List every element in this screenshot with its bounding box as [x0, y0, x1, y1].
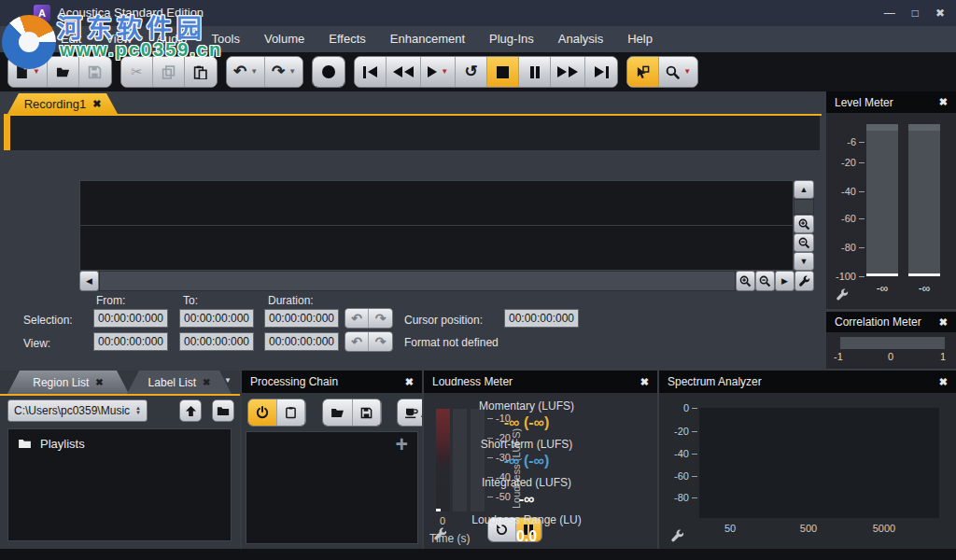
zoom-out-vertical-button[interactable] — [794, 233, 814, 252]
save-button[interactable] — [79, 57, 111, 87]
path-combobox[interactable]: C:\Users\pc0359\Music ▲▼ — [7, 399, 148, 422]
selection-tool-button[interactable] — [627, 57, 659, 87]
file-browser-panel: Region List ✖ Label List ✖ ▼ C:\Users\pc… — [0, 371, 240, 549]
add-effect-button[interactable]: + — [396, 432, 408, 457]
cut-button[interactable]: ✂ — [121, 57, 153, 87]
view-redo-button[interactable]: ↷ — [369, 332, 392, 351]
menu-help[interactable]: Help — [615, 26, 665, 52]
pause-button[interactable] — [519, 57, 551, 87]
zoom-in-horizontal-button[interactable] — [736, 271, 755, 291]
tab-recording1[interactable]: Recording1 ✖ — [7, 93, 118, 114]
overview-strip[interactable] — [4, 116, 820, 150]
open-file-button[interactable] — [48, 57, 79, 87]
scroll-right-button[interactable]: ▶ — [775, 271, 794, 291]
tab-region-list[interactable]: Region List ✖ — [7, 371, 129, 394]
menu-analysis[interactable]: Analysis — [546, 26, 615, 52]
menu-edit[interactable]: Edit — [49, 26, 93, 52]
menu-file[interactable]: File — [5, 26, 49, 52]
list-item-playlists[interactable]: Playlists — [8, 429, 231, 458]
combo-spinner-icon[interactable]: ▲▼ — [135, 406, 141, 415]
chain-save-button[interactable] — [353, 399, 381, 426]
scroll-up-button[interactable]: ▲ — [794, 180, 814, 199]
menu-audio[interactable]: Audio — [144, 26, 199, 52]
tab-overflow-chevron-icon[interactable]: ▼ — [224, 376, 232, 385]
paste-button[interactable] — [185, 57, 217, 87]
zoom-out-horizontal-button[interactable] — [755, 271, 775, 291]
menu-bar: File Edit View Audio Tools Volume Effect… — [0, 26, 956, 52]
new-file-button[interactable]: ▼ — [8, 57, 48, 87]
scroll-left-button[interactable]: ◀ — [79, 271, 99, 291]
chain-list[interactable]: + — [246, 431, 418, 544]
view-to-field[interactable]: 00:00:00:000 — [179, 332, 254, 351]
tab-label-list[interactable]: Label List ✖ — [127, 371, 232, 394]
chain-enable-button[interactable] — [248, 399, 277, 426]
menu-enhancement[interactable]: Enhancement — [378, 26, 477, 52]
view-from-field[interactable]: 00:00:00:000 — [93, 332, 168, 351]
wrench-icon[interactable] — [670, 529, 684, 543]
loudness-meter-close-icon[interactable]: ✖ — [640, 376, 649, 388]
caret-down-icon: ▼ — [683, 68, 691, 76]
view-undo-button[interactable]: ↶ — [345, 332, 369, 351]
new-file-icon — [15, 65, 29, 79]
scroll-down-button[interactable]: ▼ — [794, 252, 814, 271]
close-button[interactable]: ✖ — [935, 7, 945, 20]
label-list-close-icon[interactable]: ✖ — [203, 377, 210, 387]
title-bar: A Acoustica Standard Edition — □ ✖ — [0, 0, 956, 26]
level-meter-close-icon[interactable]: ✖ — [939, 96, 948, 108]
region-list-close-icon[interactable]: ✖ — [95, 377, 103, 387]
waveform-settings-button[interactable] — [794, 271, 814, 291]
loop-playback-button[interactable]: ↺ — [456, 57, 487, 87]
menu-effects[interactable]: Effects — [316, 26, 378, 52]
hscroll-track[interactable] — [99, 271, 736, 291]
zoom-in-vertical-button[interactable] — [794, 215, 814, 233]
maximize-button[interactable]: □ — [912, 7, 919, 20]
redo-button[interactable]: ↷ ▼ — [265, 57, 302, 87]
selection-redo-button[interactable]: ↷ — [369, 309, 392, 328]
spectrum-x-tick: 50 — [711, 523, 749, 534]
correlation-meter-close-icon[interactable]: ✖ — [939, 316, 948, 329]
spectrum-analyzer-close-icon[interactable]: ✖ — [939, 376, 948, 388]
selection-to-field[interactable]: 00:00:00:000 — [179, 309, 254, 328]
menu-view[interactable]: View — [93, 26, 144, 52]
power-icon — [256, 406, 269, 419]
skip-start-button[interactable] — [355, 57, 387, 87]
processing-chain-close-icon[interactable]: ✖ — [405, 376, 414, 388]
main-toolbar: ▼ ✂ ↶ ▼ ↷ ▼ ▼ ↺ — [0, 52, 956, 91]
spectrum-y-tick: -20 — [661, 426, 689, 437]
stop-button[interactable] — [487, 57, 519, 87]
copy-button[interactable] — [153, 57, 185, 87]
loudness-meter-panel: Loudness Meter ✖ -10 -20 -30 -40 -50 Lou… — [424, 371, 657, 549]
rewind-button[interactable] — [387, 57, 421, 87]
wrench-icon[interactable] — [836, 288, 849, 301]
menu-volume[interactable]: Volume — [252, 26, 316, 52]
overview-playhead[interactable] — [4, 116, 10, 150]
undo-button[interactable]: ↶ ▼ — [227, 57, 265, 87]
chain-open-button[interactable] — [323, 399, 353, 426]
path-value: C:\Users\pc0359\Music — [14, 404, 130, 417]
folder-up-button[interactable] — [179, 399, 202, 422]
skip-end-button[interactable] — [585, 57, 617, 87]
browse-folder-button[interactable] — [212, 399, 234, 422]
file-list[interactable]: Playlists — [7, 428, 232, 541]
chain-paste-button[interactable] — [277, 399, 305, 426]
vscroll-track[interactable] — [794, 199, 814, 215]
selection-from-field[interactable]: 00:00:00:000 — [93, 309, 168, 328]
selection-label: Selection: — [23, 314, 73, 327]
spectrum-y-tick: 0 — [661, 402, 689, 413]
range-label: Loudness Range (LU) — [410, 513, 643, 526]
cursor-position-field[interactable]: 00:00:00:000 — [504, 309, 579, 328]
play-button[interactable]: ▼ — [421, 57, 456, 87]
record-button[interactable] — [313, 57, 344, 87]
fast-forward-button[interactable] — [551, 57, 585, 87]
level-tick: -6 — [830, 136, 856, 147]
tab-close-icon[interactable]: ✖ — [92, 98, 101, 110]
menu-tools[interactable]: Tools — [200, 26, 252, 52]
minimize-button[interactable]: — — [884, 7, 895, 20]
view-duration-field[interactable]: 00:00:00:000 — [264, 332, 339, 351]
waveform-view[interactable] — [79, 180, 794, 271]
selection-duration-field[interactable]: 00:00:00:000 — [264, 309, 339, 328]
zoom-in-icon — [798, 218, 810, 231]
selection-undo-button[interactable]: ↶ — [345, 309, 369, 328]
menu-plugins[interactable]: Plug-Ins — [477, 26, 546, 52]
zoom-tool-button[interactable]: ▼ — [659, 57, 697, 87]
